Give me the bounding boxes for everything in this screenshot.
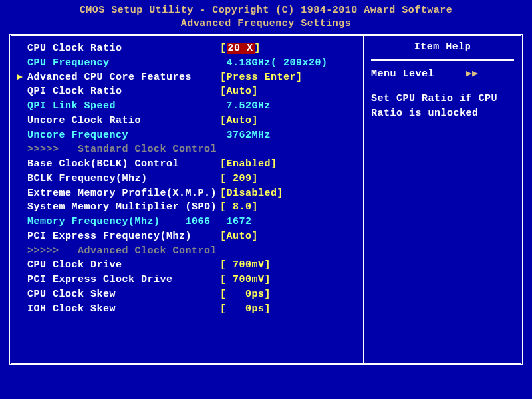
setting-row[interactable]: BCLK Frequency(Mhz)[ 209] bbox=[17, 172, 359, 186]
setting-label: IOH Clock Skew bbox=[27, 302, 220, 317]
bracket-close: ] bbox=[265, 259, 271, 271]
setting-value-wrap: 7.52GHz bbox=[220, 99, 271, 114]
setting-row[interactable]: QPI Link Speed 7.52GHz bbox=[17, 99, 359, 114]
bracket-close: ] bbox=[296, 72, 303, 83]
cursor-icon bbox=[17, 172, 27, 186]
bracket-open: [ bbox=[220, 72, 227, 83]
setting-row[interactable]: Uncore Clock Ratio[Auto] bbox=[17, 114, 359, 128]
help-text: Set CPU Ratio if CPU Ratio is unlocked bbox=[371, 92, 514, 122]
setting-value-wrap: [Auto] bbox=[220, 114, 258, 128]
setting-value: Auto bbox=[227, 231, 252, 242]
setting-label: Base Clock(BCLK) Control bbox=[27, 157, 220, 172]
setting-value-wrap: [Enabled] bbox=[220, 157, 277, 172]
cursor-icon bbox=[17, 157, 27, 172]
bracket-open: [ bbox=[220, 86, 227, 97]
footer: ↑↓→←:Move Enter:Select +/-/PU/PD:Value F… bbox=[0, 365, 532, 399]
bracket-close: ] bbox=[252, 173, 259, 184]
setting-label: CPU Frequency bbox=[27, 56, 220, 70]
bracket-open: [ bbox=[220, 231, 227, 242]
setting-label: PCI Express Clock Drive bbox=[27, 273, 220, 287]
setting-row[interactable]: CPU Clock Drive[ 700mV] bbox=[17, 258, 359, 273]
setting-row[interactable]: PCI Express Clock Drive[ 700mV] bbox=[17, 273, 359, 287]
cursor-icon: ▶ bbox=[17, 70, 27, 85]
bracket-open: [ bbox=[220, 274, 227, 285]
bracket-open: [ bbox=[220, 201, 227, 213]
bracket-open: [ bbox=[220, 188, 227, 199]
setting-label: Memory Frequency(Mhz) 1066 bbox=[27, 215, 220, 229]
bracket-close: ] bbox=[265, 274, 271, 285]
setting-value: 0ps bbox=[227, 303, 265, 315]
setting-row[interactable]: System Memory Multiplier (SPD)[ 8.0] bbox=[17, 200, 359, 215]
bracket-close: ] bbox=[252, 231, 259, 242]
cursor-icon bbox=[17, 142, 27, 157]
title-line1: CMOS Setup Utility - Copyright (C) 1984-… bbox=[0, 4, 532, 17]
menu-level-row: Menu Level ▶▶ bbox=[371, 67, 514, 82]
setting-value-wrap: [20 X] bbox=[220, 41, 261, 56]
bracket-open: [ bbox=[220, 43, 227, 54]
cursor-icon bbox=[17, 200, 27, 215]
bracket-open: [ bbox=[220, 259, 227, 271]
bracket-open bbox=[220, 130, 227, 141]
setting-row[interactable]: Uncore Frequency 3762MHz bbox=[17, 128, 359, 143]
bracket-close: ] bbox=[252, 201, 259, 213]
setting-row[interactable]: QPI Clock Ratio[Auto] bbox=[17, 84, 359, 99]
setting-value: Enabled bbox=[227, 158, 271, 170]
menu-level-label: Menu Level bbox=[371, 68, 434, 80]
cursor-icon bbox=[17, 273, 27, 287]
bracket-close: ] bbox=[265, 303, 271, 315]
setting-value-wrap: [Auto] bbox=[220, 84, 258, 99]
setting-row[interactable]: ▶Advanced CPU Core Features[Press Enter] bbox=[17, 70, 359, 85]
cursor-icon bbox=[17, 229, 27, 244]
setting-row[interactable]: CPU Frequency 4.18GHz( 209x20) bbox=[17, 56, 359, 70]
bracket-open: [ bbox=[220, 289, 227, 300]
bracket-close: ] bbox=[265, 289, 271, 300]
setting-label: QPI Clock Ratio bbox=[27, 84, 220, 99]
setting-value: 1672 bbox=[227, 216, 252, 227]
setting-value: 700mV bbox=[227, 274, 265, 285]
bracket-close: ] bbox=[271, 158, 277, 170]
setting-row[interactable]: CPU Clock Skew[ 0ps] bbox=[17, 287, 359, 302]
cursor-icon bbox=[17, 244, 27, 259]
setting-label: CPU Clock Ratio bbox=[27, 41, 220, 56]
bracket-close: ] bbox=[277, 188, 284, 199]
setting-row[interactable]: IOH Clock Skew[ 0ps] bbox=[17, 302, 359, 317]
help-title: Item Help bbox=[371, 41, 514, 61]
setting-value-wrap: [ 700mV] bbox=[220, 258, 271, 273]
bracket-open: [ bbox=[220, 303, 227, 315]
setting-label: Extreme Memory Profile(X.M.P.) bbox=[27, 186, 220, 201]
bracket-open bbox=[220, 57, 227, 68]
setting-value-wrap: [Press Enter] bbox=[220, 70, 303, 85]
setting-row[interactable]: Extreme Memory Profile(X.M.P.)[Disabled] bbox=[17, 186, 359, 201]
setting-row[interactable]: CPU Clock Ratio[20 X] bbox=[17, 41, 359, 56]
header: CMOS Setup Utility - Copyright (C) 1984-… bbox=[0, 0, 532, 33]
settings-pane: CPU Clock Ratio[20 X] CPU Frequency 4.18… bbox=[11, 36, 364, 363]
setting-value: Auto bbox=[227, 115, 252, 126]
setting-value: Auto bbox=[227, 86, 252, 97]
setting-label: CPU Clock Drive bbox=[27, 258, 220, 273]
setting-value: 700mV bbox=[227, 259, 265, 271]
setting-value: 8.0 bbox=[227, 201, 252, 213]
bracket-open bbox=[220, 216, 227, 227]
setting-row[interactable]: Base Clock(BCLK) Control[Enabled] bbox=[17, 157, 359, 172]
setting-row: >>>>> Standard Clock Control bbox=[17, 142, 359, 157]
setting-label: >>>>> Standard Clock Control bbox=[27, 142, 220, 157]
cursor-icon bbox=[17, 215, 27, 229]
main-box: CPU Clock Ratio[20 X] CPU Frequency 4.18… bbox=[9, 34, 523, 365]
setting-value: 209 bbox=[227, 173, 252, 184]
setting-label: System Memory Multiplier (SPD) bbox=[27, 200, 220, 215]
setting-label: >>>>> Advanced Clock Control bbox=[27, 244, 220, 259]
setting-value-wrap: 1672 bbox=[220, 215, 252, 229]
cursor-icon bbox=[17, 128, 27, 143]
cursor-icon bbox=[17, 114, 27, 128]
bracket-open: [ bbox=[220, 115, 227, 126]
setting-row[interactable]: PCI Express Frequency(Mhz)[Auto] bbox=[17, 229, 359, 244]
setting-value-wrap: [ 700mV] bbox=[220, 273, 271, 287]
setting-value-wrap: 3762MHz bbox=[220, 128, 271, 143]
setting-row[interactable]: Memory Frequency(Mhz) 1066 1672 bbox=[17, 215, 359, 229]
setting-value-wrap: [Disabled] bbox=[220, 186, 283, 201]
setting-label: Uncore Clock Ratio bbox=[27, 114, 220, 128]
setting-value: Disabled bbox=[227, 188, 277, 199]
setting-value: 4.18GHz( 209x20) bbox=[227, 57, 328, 68]
title-line2: Advanced Frequency Settings bbox=[0, 17, 532, 31]
cursor-icon bbox=[17, 186, 27, 201]
